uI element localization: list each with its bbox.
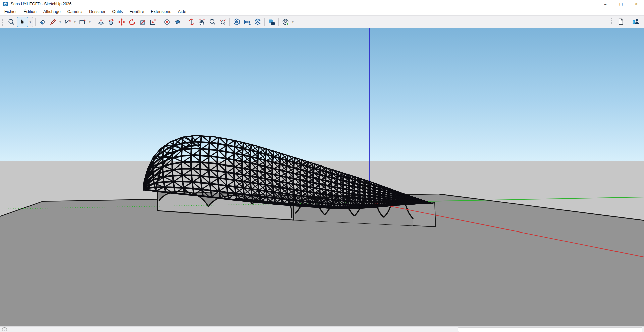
paint-bucket-tool-icon[interactable] [172,17,182,27]
select-tool-group: ▾ [17,17,33,27]
account-dropdown-icon[interactable]: ▾ [291,17,295,27]
menu-item-fenetre[interactable]: Fenêtre [126,9,147,14]
arc-dropdown-icon[interactable]: ▾ [73,17,77,27]
toolbar: ▾ ▾ ▾ ▾ [0,15,644,29]
status-bar: ? [0,326,644,332]
offset-tool-icon[interactable] [148,17,158,27]
eraser-tool-icon[interactable] [37,17,48,27]
minimize-button[interactable]: – [598,0,613,8]
account-avatar-icon[interactable] [280,17,291,27]
select-tool-icon[interactable] [17,17,28,27]
arc-tool-icon[interactable] [62,17,73,27]
help-icon[interactable]: ? [2,327,7,332]
scale-tool-icon[interactable] [137,17,148,27]
sky [0,28,644,161]
toolbar-drag-handle-right[interactable] [611,18,614,25]
move-tool-icon[interactable] [116,17,127,27]
title-bar: Sans UYHTGFD - SketchUp 2026 – ▢ ✕ [0,0,644,8]
menu-item-fichier[interactable]: Fichier [0,9,20,14]
model-scene [0,28,644,326]
line-dropdown-icon[interactable]: ▾ [58,17,62,27]
3d-viewport[interactable] [0,28,644,326]
window-title: Sans UYHTGFD - SketchUp 2026 [11,2,71,6]
tape-measure-tool-icon[interactable] [162,17,172,27]
pan-tool-icon[interactable] [197,17,207,27]
new-document-icon[interactable] [615,17,626,27]
menu-item-outils[interactable]: Outils [109,9,126,14]
people-icon[interactable] [630,17,641,27]
maximize-button[interactable]: ▢ [613,0,629,8]
toolbar-right [609,15,641,28]
rectangle-tool-icon[interactable] [77,17,88,27]
menu-item-aide[interactable]: Aide [175,9,190,14]
menu-item-affichage[interactable]: Affichage [40,9,64,14]
3d-warehouse-icon[interactable] [231,17,242,27]
zoom-tool-icon[interactable] [207,17,217,27]
toolbar-drag-handle[interactable] [2,18,5,26]
menu-item-edition[interactable]: Édition [20,9,40,14]
close-button[interactable]: ✕ [629,0,644,8]
feedback-icon[interactable] [266,17,277,27]
zoom-extents-tool-icon[interactable] [217,17,228,27]
menu-item-extensions[interactable]: Extensions [148,9,175,14]
line-tool-icon[interactable] [48,17,58,27]
rotate-tool-icon[interactable] [127,17,137,27]
send-to-layout-icon[interactable] [252,17,263,27]
rectangle-dropdown-icon[interactable]: ▾ [88,17,92,27]
orbit-tool-icon[interactable] [186,17,197,27]
extension-warehouse-icon[interactable] [242,17,252,27]
search-tool-icon[interactable] [6,17,16,27]
menu-item-camera[interactable]: Caméra [64,9,86,14]
follow-me-tool-icon[interactable] [106,17,116,27]
push-pull-tool-icon[interactable] [96,17,106,27]
menu-bar: FichierÉditionAffichageCaméraDessinerOut… [0,8,644,15]
measurements-input[interactable] [458,327,642,332]
menu-item-dessiner[interactable]: Dessiner [86,9,109,14]
sketchup-logo-icon [3,1,8,7]
select-dropdown-icon[interactable]: ▾ [28,17,33,27]
